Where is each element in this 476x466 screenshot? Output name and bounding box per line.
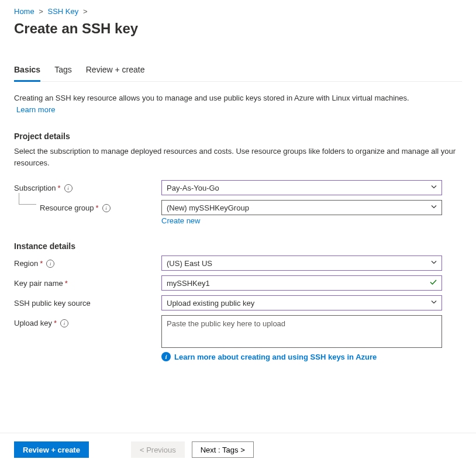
indent-line xyxy=(19,193,36,205)
info-icon[interactable]: i xyxy=(46,260,54,268)
required-indicator: * xyxy=(58,184,61,192)
info-icon: i xyxy=(161,352,171,361)
region-select[interactable]: (US) East US xyxy=(161,256,442,271)
info-icon[interactable]: i xyxy=(64,184,73,192)
keypair-name-label: Key pair name xyxy=(14,279,63,288)
tab-review[interactable]: Review + create xyxy=(86,65,145,81)
upload-key-textarea[interactable] xyxy=(161,315,442,348)
resource-group-label: Resource group xyxy=(40,203,94,212)
footer-actions: Review + create < Previous Next : Tags > xyxy=(0,433,476,466)
required-indicator: * xyxy=(40,259,43,268)
source-label: SSH public key source xyxy=(14,299,91,308)
resource-group-select[interactable]: (New) mySSHKeyGroup xyxy=(161,200,442,215)
previous-button: < Previous xyxy=(131,441,185,458)
chevron-right-icon: > xyxy=(39,7,43,16)
tabs: Basics Tags Review + create xyxy=(14,65,462,82)
review-create-button[interactable]: Review + create xyxy=(14,441,89,458)
tab-basics[interactable]: Basics xyxy=(14,65,40,82)
info-icon[interactable]: i xyxy=(102,204,111,212)
section-instance-title: Instance details xyxy=(14,241,462,251)
learn-more-link[interactable]: Learn more xyxy=(16,105,55,114)
upload-key-label: Upload key xyxy=(14,319,52,327)
source-select[interactable]: Upload existing public key xyxy=(161,295,442,310)
subscription-label: Subscription xyxy=(14,184,56,192)
required-indicator: * xyxy=(96,203,99,212)
create-new-link[interactable]: Create new xyxy=(161,216,200,225)
required-indicator: * xyxy=(65,279,68,288)
breadcrumb-link-sshkey[interactable]: SSH Key xyxy=(48,7,79,16)
section-project-desc: Select the subscription to manage deploy… xyxy=(14,146,462,168)
section-project-title: Project details xyxy=(14,132,462,141)
page-title: Create an SSH key xyxy=(14,20,462,37)
chevron-right-icon: > xyxy=(83,7,88,16)
subscription-select[interactable]: Pay-As-You-Go xyxy=(161,180,442,195)
tab-tags[interactable]: Tags xyxy=(54,65,72,81)
region-label: Region xyxy=(14,259,38,268)
info-icon[interactable]: i xyxy=(60,319,68,327)
intro-text: Creating an SSH key resource allows you … xyxy=(14,92,462,115)
next-button[interactable]: Next : Tags > xyxy=(192,441,254,458)
breadcrumb: Home > SSH Key > xyxy=(14,7,462,16)
breadcrumb-link-home[interactable]: Home xyxy=(14,7,35,16)
ssh-keys-learn-link[interactable]: Learn more about creating and using SSH … xyxy=(174,353,377,361)
required-indicator: * xyxy=(54,319,57,327)
checkmark-icon xyxy=(429,278,437,288)
keypair-name-input[interactable]: mySSHKey1 xyxy=(161,275,442,291)
